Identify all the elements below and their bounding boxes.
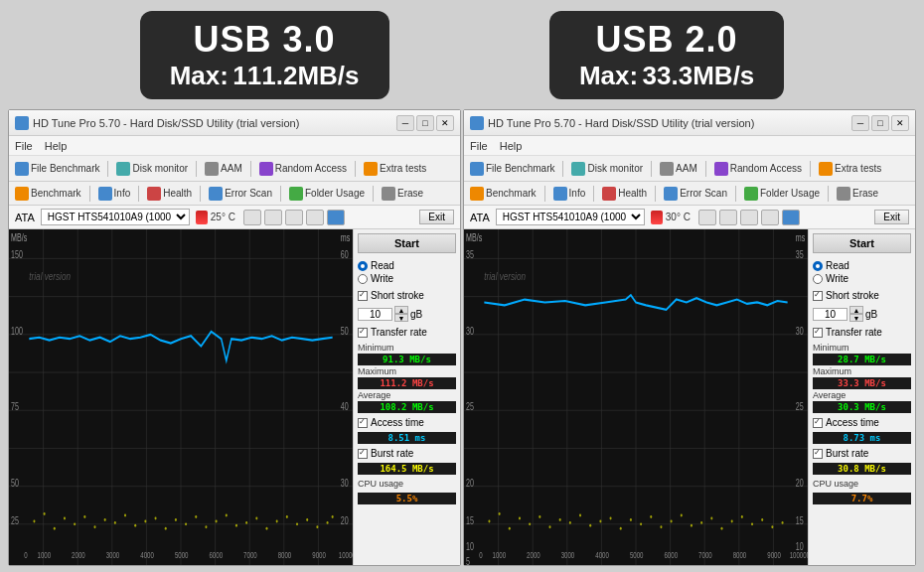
svg-text:5: 5 [466,556,470,565]
menu2-file[interactable]: File [470,140,488,152]
gb-label1: gB [410,309,422,320]
close-btn2[interactable]: ✕ [891,115,909,131]
spin-up2[interactable]: ▲ [849,306,863,314]
toolbar2-icon-d[interactable] [761,210,779,225]
spin-input1[interactable] [358,308,392,321]
svg-point-61 [216,519,218,522]
tb1-erase[interactable]: Erase [382,187,423,201]
tb2-erase[interactable]: Erase [837,187,878,201]
tb2-diskmonitor[interactable]: Disk monitor [571,162,643,176]
tb1-filebench[interactable]: File Benchmark [15,162,99,176]
min-label1: Minimum [358,343,456,353]
exit-btn1[interactable]: Exit [419,210,454,224]
maximize-btn1[interactable]: □ [416,115,434,131]
titlebar2-controls[interactable]: ─ □ ✕ [851,115,909,131]
tb2-info[interactable]: Info [553,187,586,201]
spin-down1[interactable]: ▼ [394,314,408,322]
svg-point-73 [332,515,334,518]
tb1-random[interactable]: Random Access [259,162,347,176]
tb1-extra[interactable]: Extra tests [364,162,426,176]
spin-up1[interactable]: ▲ [394,306,408,314]
erase-icon1 [382,187,395,201]
menu2-help[interactable]: Help [500,140,523,152]
cb-shortstroke1[interactable]: Short stroke [358,290,456,301]
toolbar-icon-c[interactable] [285,210,303,225]
svg-point-134 [630,518,632,521]
toolbar1-top: File Benchmark Disk monitor AAM Random A… [9,156,460,182]
cb-accesstime1[interactable]: Access time [358,417,456,428]
svg-text:MB/s: MB/s [466,231,483,243]
svg-point-71 [316,525,318,528]
tb1-info[interactable]: Info [98,187,131,201]
menu1-help[interactable]: Help [45,140,68,152]
tb1-benchmark[interactable]: Benchmark [15,187,81,201]
svg-point-142 [710,517,712,520]
spin-input2[interactable] [813,308,847,321]
device-select1[interactable]: HGST HTS541010A9 (1000 GB) [41,209,190,225]
titlebar1-controls[interactable]: ─ □ ✕ [396,115,454,131]
radio-write2[interactable]: Write [813,273,911,284]
start-btn1[interactable]: Start [358,233,456,253]
tb2-benchmark[interactable]: Benchmark [470,187,537,201]
svg-point-138 [671,519,673,522]
cb-burstrate2[interactable]: Burst rate [813,448,911,459]
svg-point-54 [144,519,146,522]
min-value2: 28.7 MB/s [813,354,911,365]
svg-text:25: 25 [11,515,19,527]
tb1-folder[interactable]: Folder Usage [289,187,365,201]
tb2-extra[interactable]: Extra tests [819,162,881,176]
tb2-health[interactable]: Health [602,187,647,201]
start-btn2[interactable]: Start [813,233,911,253]
tb2-aam[interactable]: AAM [660,162,697,176]
toolbar2-icon-c[interactable] [740,210,758,225]
maximize-btn2[interactable]: □ [871,115,889,131]
radio-read1[interactable]: Read [358,260,456,271]
svg-point-53 [134,524,136,527]
max-label2: Maximum [813,366,911,376]
toolbar2-icon-e[interactable] [782,210,800,225]
tb2-errorscan[interactable]: Error Scan [664,187,727,201]
tb2-random[interactable]: Random Access [714,162,802,176]
spin-row2: ▲ ▼ gB [813,306,911,322]
windows-row: HD Tune Pro 5.70 - Hard Disk/SSD Utility… [0,109,924,566]
svg-point-127 [559,518,561,521]
spin-down2[interactable]: ▼ [849,314,863,322]
tb2-filebench[interactable]: File Benchmark [470,162,554,176]
cb-transferrate2[interactable]: Transfer rate [813,327,911,338]
exit-btn2[interactable]: Exit [874,210,909,224]
tb1-errorscan[interactable]: Error Scan [209,187,272,201]
cb-transferrate1[interactable]: Transfer rate [358,327,456,338]
benchmark-icon2 [470,187,484,201]
radio-write1[interactable]: Write [358,273,456,284]
svg-point-137 [660,525,662,528]
svg-point-58 [185,522,187,525]
menu1-file[interactable]: File [15,140,33,152]
toolbar-icon-d[interactable] [306,210,324,225]
toolbar-icon-b[interactable] [264,210,282,225]
device-select2[interactable]: HGST HTS541010A9 (1000 GB) [496,209,645,225]
cb-accesstime2[interactable]: Access time [813,417,911,428]
ata-label2: ATA [470,212,490,223]
radio-read2[interactable]: Read [813,260,911,271]
svg-point-55 [155,517,157,520]
svg-text:5000: 5000 [630,550,644,560]
minimize-btn2[interactable]: ─ [851,115,869,131]
toolbar-icon-e[interactable] [327,210,345,225]
tb1-aam[interactable]: AAM [205,162,242,176]
svg-point-144 [731,519,733,522]
svg-point-49 [93,525,95,528]
close-btn1[interactable]: ✕ [436,115,454,131]
svg-text:4000: 4000 [595,550,609,560]
toolbar2-icon-a[interactable] [698,210,716,225]
tb1-diskmonitor[interactable]: Disk monitor [116,162,188,176]
sep2 [196,161,197,177]
toolbar-icon-a[interactable] [243,210,261,225]
svg-text:1000: 1000 [492,550,506,560]
toolbar2-icon-b[interactable] [719,210,737,225]
tb2-folder[interactable]: Folder Usage [744,187,820,201]
cb-shortstroke2[interactable]: Short stroke [813,290,911,301]
svg-point-64 [245,521,247,524]
minimize-btn1[interactable]: ─ [396,115,414,131]
tb1-health[interactable]: Health [147,187,192,201]
cb-burstrate1[interactable]: Burst rate [358,448,456,459]
